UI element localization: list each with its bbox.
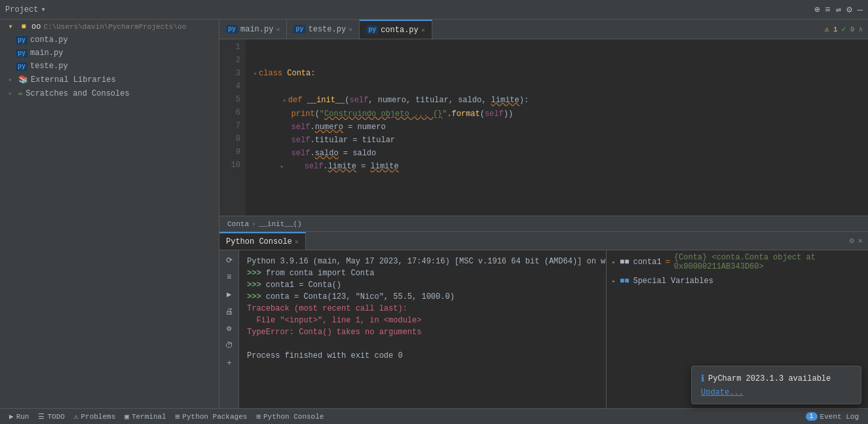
tab-main-py[interactable]: py main.py ✕ xyxy=(219,20,287,39)
py-file-icon: py xyxy=(16,36,28,45)
py-tab-icon: py xyxy=(226,25,238,33)
warning-badge: ⚠ 1 xyxy=(825,25,838,33)
add-btn[interactable]: ＋ xyxy=(222,355,236,370)
code-line-4 xyxy=(254,81,868,94)
status-packages[interactable]: ⊞ Python Packages xyxy=(172,409,252,424)
expand-special[interactable]: ▸ xyxy=(612,277,616,285)
packages-label: Python Packages xyxy=(182,413,247,421)
sidebar-item-conta[interactable]: py conta.py xyxy=(0,33,219,47)
tab-conta-label: conta.py xyxy=(381,26,419,35)
tab-teste-close[interactable]: ✕ xyxy=(349,26,352,33)
console-line-3: >>> conta = Conta(123, "Nico", 55.5, 100… xyxy=(247,291,598,303)
project-root-path: C:\Users\davin\PycharmProjects\oo xyxy=(43,23,186,31)
console-line-5: File "<input>", line 1, in <module> xyxy=(247,315,598,326)
todo-icon: ☰ xyxy=(38,412,45,421)
code-editor[interactable]: 1 2 3 4 5 6 7 8 9 10 ▸class Conta: xyxy=(219,39,868,231)
console-output[interactable]: Python 3.9.16 (main, May 17 2023, 17:49:… xyxy=(239,250,606,408)
sidebar-item-teste[interactable]: py teste.py xyxy=(0,60,219,73)
py-file-icon2: py xyxy=(16,49,28,58)
status-problems[interactable]: ⚠ Problems xyxy=(70,409,119,424)
py-file-icon3: py xyxy=(16,62,28,71)
project-root-label: oo xyxy=(31,22,41,31)
teste-label: teste.py xyxy=(30,62,68,71)
console-toolbar: ⟳ ≡ ▶ 🖨 ⚙ ⏱ ＋ xyxy=(219,250,239,408)
list-icon[interactable]: ≡ xyxy=(825,5,830,15)
main-label: main.py xyxy=(30,48,63,58)
expand-icon2: ▸ xyxy=(5,88,16,98)
status-console[interactable]: ⊞ Python Console xyxy=(252,409,328,424)
var-eq-conta1: = xyxy=(666,258,670,267)
terminal-label: Terminal xyxy=(132,413,166,421)
status-terminal[interactable]: ▣ Terminal xyxy=(121,409,170,424)
var-item-special[interactable]: ▸ ■■ Special Variables xyxy=(607,274,868,288)
print-btn[interactable]: 🖨 xyxy=(222,304,236,318)
sidebar-item-scratches[interactable]: ▸ ✏ Scratches and Consoles xyxy=(0,87,219,100)
scratches-label: Scratches and Consoles xyxy=(26,89,129,98)
status-todo[interactable]: ☰ TODO xyxy=(34,409,68,424)
minimize-icon[interactable]: — xyxy=(858,5,863,15)
tab-conta-close[interactable]: ✕ xyxy=(421,26,425,34)
project-dropdown-icon[interactable]: ▾ xyxy=(41,5,45,14)
console-line-8: Process finished with exit code 0 xyxy=(247,350,598,362)
tab-teste-label: teste.py xyxy=(308,25,346,34)
add-tab-icon[interactable]: ⊕ xyxy=(814,4,820,15)
status-run[interactable]: ▶ Run xyxy=(5,409,33,424)
editor-area: py main.py ✕ py teste.py ✕ py conta.py ✕… xyxy=(219,20,868,408)
scratches-icon: ✏ xyxy=(18,88,23,98)
folder-open-icon: ▾ xyxy=(5,22,16,31)
list-btn[interactable]: ≡ xyxy=(222,270,236,284)
ok-badge: ✓ 9 xyxy=(842,25,855,33)
console-line-6: TypeError: Conta() takes no arguments xyxy=(247,326,598,338)
status-event-log[interactable]: 1 Event Log xyxy=(802,412,863,421)
tab-main-close[interactable]: ✕ xyxy=(276,26,280,33)
code-lines: ▸class Conta: ▸def __init__(self, numero… xyxy=(246,39,868,216)
console-status-label: Python Console xyxy=(263,413,324,421)
settings-panel-icon[interactable]: ⚙ xyxy=(850,236,854,246)
folder-icon: ■ xyxy=(18,22,29,31)
run-icon: ▶ xyxy=(9,412,14,421)
py-tab-icon3: py xyxy=(366,26,378,34)
notif-icon: ℹ xyxy=(701,373,704,384)
sidebar-item-main[interactable]: py main.py xyxy=(0,47,219,60)
settings-icon[interactable]: ⚙ xyxy=(846,4,852,15)
var-name-special: Special Variables xyxy=(633,277,713,286)
sidebar-item-external-libs[interactable]: ▸ 📚 External Libraries xyxy=(0,73,219,87)
tab-main-label: main.py xyxy=(240,25,273,34)
breadcrumb-sep: › xyxy=(252,220,256,228)
tab-conta-py[interactable]: py conta.py ✕ xyxy=(360,20,432,39)
rerun-btn[interactable]: ⟳ xyxy=(222,253,236,267)
console-tab-label: Python Console xyxy=(226,237,292,246)
event-log-badge: 1 xyxy=(806,412,818,421)
breadcrumb-conta: Conta xyxy=(227,220,249,228)
panel-tab-console[interactable]: Python Console ✕ xyxy=(219,232,306,250)
project-menu[interactable]: Project ▾ xyxy=(5,5,46,14)
expand-icon[interactable]: ∧ xyxy=(858,25,863,33)
line-numbers: 1 2 3 4 5 6 7 8 9 10 xyxy=(219,39,246,216)
notif-link[interactable]: Update... xyxy=(701,388,852,397)
ext-libs-label: External Libraries xyxy=(31,75,116,85)
code-line-6: print("Construindo objeto ... {}".format… xyxy=(254,107,868,121)
code-line-5: ▸def __init__(self, numero, titular, sal… xyxy=(254,94,868,107)
code-line-2 xyxy=(254,54,868,67)
sidebar-item-project-root[interactable]: ▾ ■ oo C:\Users\davin\PycharmProjects\oo xyxy=(0,20,219,33)
console-line-0: Python 3.9.16 (main, May 17 2023, 17:49:… xyxy=(247,256,598,267)
play-btn[interactable]: ▶ xyxy=(222,287,236,301)
console-line-2: >>> conta1 = Conta() xyxy=(247,279,598,291)
tab-teste-py[interactable]: py teste.py ✕ xyxy=(287,20,360,39)
packages-icon: ⊞ xyxy=(176,412,180,421)
console-tab-close[interactable]: ✕ xyxy=(295,238,299,246)
run-label: Run xyxy=(16,413,29,421)
lib-icon: 📚 xyxy=(18,75,28,85)
time-btn[interactable]: ⏱ xyxy=(222,338,236,353)
var-item-conta1[interactable]: ▸ ■■ conta1 = {Conta} <conta.Conta objec… xyxy=(607,250,868,274)
console-line-1: >>> from conta import Conta xyxy=(247,267,598,279)
expand-conta1[interactable]: ▸ xyxy=(612,258,616,266)
console-line-4: Traceback (most recent call last): xyxy=(247,303,598,315)
split-icon[interactable]: ⇌ xyxy=(836,4,841,15)
close-panel-icon[interactable]: ✕ xyxy=(858,236,863,246)
tab-bar: py main.py ✕ py teste.py ✕ py conta.py ✕… xyxy=(219,20,868,39)
panel-tab-right: ⚙ ✕ xyxy=(850,236,868,246)
title-bar: Project ▾ ⊕ ≡ ⇌ ⚙ — xyxy=(0,0,868,20)
settings2-btn[interactable]: ⚙ xyxy=(222,321,236,336)
problems-label: Problems xyxy=(81,413,115,421)
